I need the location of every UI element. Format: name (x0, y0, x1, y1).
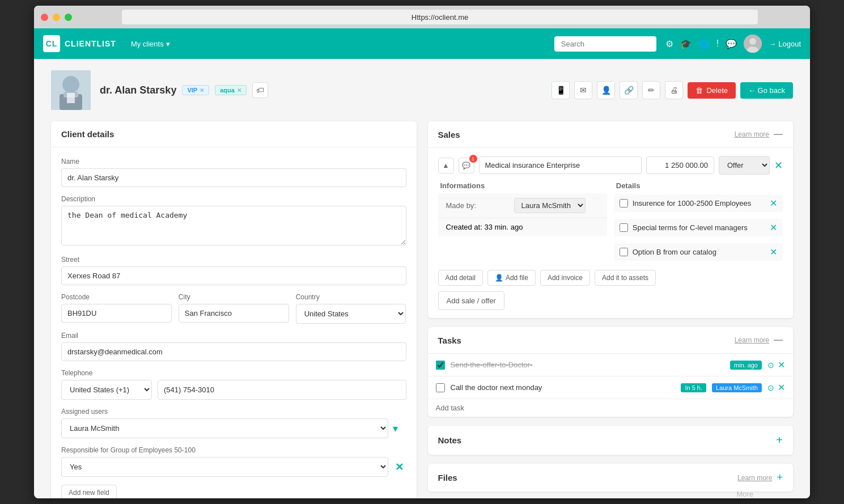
responsible-label: Responsible for Group of Employees 50-10… (61, 446, 406, 454)
detail-2-remove-button[interactable]: ✕ (770, 222, 777, 233)
phone-number-input[interactable] (158, 380, 406, 400)
avatar[interactable] (744, 35, 762, 53)
description-field-group: Description the Dean of medical Academy (61, 195, 406, 248)
detail-3-text: Option B from our catalog (633, 248, 765, 256)
add-invoice-button[interactable]: Add invoice (540, 270, 590, 286)
sale-delete-button[interactable]: ✕ (774, 159, 783, 172)
sale-collapse-button[interactable]: ▲ (438, 158, 454, 173)
sticker-icon-button[interactable]: 🔗 (620, 81, 638, 99)
two-col-layout: Client details Name Description th (51, 121, 793, 498)
gear-icon[interactable]: ⚙ (665, 39, 673, 49)
assigned-users-select[interactable]: Laura McSmith (61, 418, 388, 438)
add-tag-button[interactable]: 🏷 (252, 82, 268, 98)
description-textarea[interactable]: the Dean of medical Academy (61, 206, 406, 245)
responsible-row: Yes ✕ (61, 457, 406, 477)
chat-icon[interactable]: 💬 (726, 39, 737, 49)
country-select[interactable]: United States (296, 304, 406, 324)
city-label: City (179, 293, 289, 301)
email-input[interactable] (61, 342, 406, 361)
responsible-select[interactable]: Yes (61, 457, 388, 477)
sale-name-input[interactable] (479, 156, 642, 174)
notes-title: Notes (438, 435, 462, 445)
made-by-select[interactable]: Laura McSmith (514, 198, 586, 213)
right-column: Sales Learn more — ▲ (428, 121, 794, 498)
tasks-learn-more-link[interactable]: Learn more (735, 336, 769, 344)
detail-3-checkbox[interactable] (620, 248, 628, 256)
detail-1-text: Insurence for 1000-2500 Employees (633, 199, 765, 207)
profile-header: dr. Alan Starsky VIP ✕ aqua ✕ 🏷 📱 ✉ 👤 (51, 70, 793, 110)
sales-title: Sales (438, 130, 460, 139)
sales-learn-more-link[interactable]: Learn more (735, 130, 769, 138)
files-add-button[interactable]: + (777, 472, 783, 484)
add-task-button[interactable]: Add task (428, 399, 794, 417)
minimize-button[interactable] (53, 14, 60, 21)
tasks-card: Tasks Learn more — Send-the-offer-to-Doc… (428, 327, 794, 417)
close-button[interactable] (41, 14, 48, 21)
add-new-field-button[interactable]: Add new field (61, 485, 117, 498)
add-detail-button[interactable]: Add detail (438, 270, 483, 286)
edit-icon-button[interactable]: ✏ (642, 81, 660, 99)
created-at-row: Created at: 33 min. ago (438, 218, 607, 236)
task-2-view-button[interactable]: ⊙ (767, 383, 774, 392)
city-input[interactable] (179, 304, 289, 323)
files-learn-more-link[interactable]: Learn more (737, 474, 772, 482)
postcode-label: Postcode (61, 293, 172, 301)
files-header: Files Learn more + (428, 464, 794, 492)
add-to-assets-button[interactable]: Add it to assets (595, 270, 656, 286)
svg-point-1 (749, 38, 756, 45)
sales-card-header: Sales Learn more — (428, 121, 794, 148)
assigned-users-label: Assigned users (61, 408, 406, 416)
tag-vip-remove[interactable]: ✕ (200, 87, 204, 94)
phone-country-select[interactable]: United States (+1) (61, 380, 152, 400)
task-1-view-button[interactable]: ⊙ (767, 361, 774, 370)
go-back-button[interactable]: ← Go back (740, 82, 793, 99)
mobile-icon-button[interactable]: 📱 (552, 81, 570, 99)
maximize-button[interactable] (65, 14, 72, 21)
globe-icon[interactable]: 🌐 (698, 39, 710, 49)
left-column: Client details Name Description th (51, 121, 417, 498)
detail-1-remove-button[interactable]: ✕ (770, 198, 777, 209)
app-container: CL CLIENTLIST My clients ▾ ⚙ 🎓 🌐 ! 💬 → (34, 28, 810, 498)
sale-chat-button[interactable]: 💬 1 (459, 158, 474, 173)
name-input[interactable] (61, 168, 406, 187)
task-2-checkbox[interactable] (436, 383, 445, 392)
sales-minimize-button[interactable]: — (774, 129, 783, 139)
logo-area: CL CLIENTLIST (43, 35, 116, 52)
print-icon-button[interactable]: 🖨 (665, 81, 683, 99)
country-group: Country United States (296, 293, 406, 324)
sale-amount-input[interactable] (646, 156, 714, 174)
top-nav: CL CLIENTLIST My clients ▾ ⚙ 🎓 🌐 ! 💬 → (34, 28, 810, 59)
client-details-body: Name Description the Dean of medical Aca… (51, 147, 417, 498)
detail-3-remove-button[interactable]: ✕ (770, 247, 777, 257)
task-2-user-tag: Laura McSmith (712, 383, 762, 392)
add-sale-button[interactable]: Add sale / offer (438, 291, 504, 310)
add-file-button[interactable]: 👤 Add file (487, 270, 536, 286)
detail-2-checkbox[interactable] (620, 223, 628, 232)
search-input[interactable] (554, 36, 656, 52)
detail-1-checkbox[interactable] (620, 199, 628, 207)
task-1-remove-button[interactable]: ✕ (778, 359, 785, 370)
logout-button[interactable]: → Logout (769, 40, 801, 48)
info-icon[interactable]: ! (716, 39, 719, 49)
street-input[interactable] (61, 266, 406, 285)
graduation-icon[interactable]: 🎓 (680, 39, 692, 49)
task-1-time-tag: min. ago (730, 361, 762, 370)
person-icon-button[interactable]: 👤 (597, 81, 615, 99)
task-2-actions: ⊙ ✕ (767, 382, 785, 393)
email-icon-button[interactable]: ✉ (574, 81, 592, 99)
postcode-input[interactable] (61, 304, 172, 323)
url-bar[interactable] (122, 10, 758, 24)
task-1-checkbox[interactable] (436, 361, 445, 370)
sale-status-select[interactable]: Offer (719, 156, 770, 175)
tasks-minimize-button[interactable]: — (774, 335, 783, 345)
task-2-remove-button[interactable]: ✕ (778, 382, 785, 393)
files-card: Files Learn more + (428, 464, 794, 492)
tag-aqua-remove[interactable]: ✕ (237, 87, 241, 94)
nav-my-clients[interactable]: My clients ▾ (125, 36, 176, 52)
task-1-actions: ⊙ ✕ (767, 359, 785, 370)
notes-add-button[interactable]: + (776, 434, 783, 447)
delete-button[interactable]: 🗑 Delete (688, 82, 736, 99)
client-details-header: Client details (51, 121, 417, 147)
svg-rect-7 (67, 93, 75, 103)
remove-responsible-button[interactable]: ✕ (393, 461, 406, 473)
